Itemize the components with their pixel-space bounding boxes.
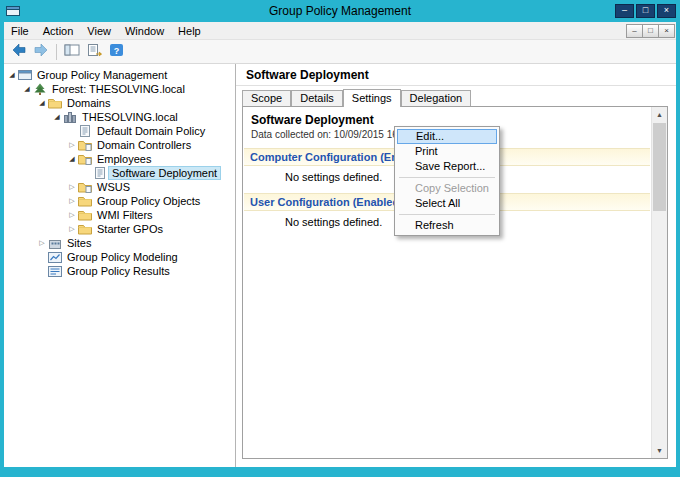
expander-collapsed-icon[interactable]: ▷ bbox=[66, 225, 78, 233]
ou-icon bbox=[78, 153, 94, 165]
toolbar-separator bbox=[56, 44, 57, 60]
context-menu-item-refresh[interactable]: Refresh bbox=[397, 218, 497, 233]
menu-view[interactable]: View bbox=[80, 22, 118, 40]
export-list-icon bbox=[86, 43, 102, 61]
expander-expanded-icon[interactable]: ◢ bbox=[21, 85, 33, 93]
gpmc-window: Group Policy Management – □ × FileAction… bbox=[0, 0, 680, 477]
context-menu-separator bbox=[399, 214, 495, 215]
expander-expanded-icon[interactable]: ◢ bbox=[36, 99, 48, 107]
tree-item-label: Default Domain Policy bbox=[94, 125, 208, 137]
tab-details[interactable]: Details bbox=[291, 90, 343, 106]
tree-item-label: Forest: THESOLVING.local bbox=[49, 83, 188, 95]
console-tree-icon bbox=[64, 43, 80, 61]
tree-item-group-policy-management[interactable]: ◢Group Policy Management bbox=[4, 68, 235, 82]
svg-text:?: ? bbox=[113, 45, 119, 55]
tree-item-wsus[interactable]: ▷WSUS bbox=[4, 180, 235, 194]
back-arrow-icon bbox=[11, 42, 27, 62]
tab-scope[interactable]: Scope bbox=[242, 90, 291, 106]
expander-collapsed-icon[interactable]: ▷ bbox=[36, 239, 48, 247]
tree-item-forest-thesolving-local[interactable]: ◢Forest: THESOLVING.local bbox=[4, 82, 235, 96]
context-menu-item-copy-selection: Copy Selection bbox=[397, 181, 497, 196]
tree-item-thesolving-local[interactable]: ◢THESOLVING.local bbox=[4, 110, 235, 124]
menu-help[interactable]: Help bbox=[171, 22, 208, 40]
domain-icon bbox=[63, 111, 79, 123]
export-list-button[interactable] bbox=[83, 42, 105, 62]
context-menu: Edit...PrintSave Report...Copy Selection… bbox=[394, 126, 500, 236]
scroll-down-icon[interactable]: ▼ bbox=[652, 443, 667, 458]
main-area: ◢Group Policy Management◢Forest: THESOLV… bbox=[4, 64, 676, 467]
context-menu-item-print[interactable]: Print bbox=[397, 144, 497, 159]
expander-expanded-icon[interactable]: ◢ bbox=[66, 155, 78, 163]
gpo-icon bbox=[78, 125, 94, 137]
tree-item-employees[interactable]: ◢Employees bbox=[4, 152, 235, 166]
child-restore-button[interactable]: □ bbox=[642, 24, 659, 38]
tree-item-wmi-filters[interactable]: ▷WMI Filters bbox=[4, 208, 235, 222]
tree-item-label: Group Policy Modeling bbox=[64, 251, 181, 263]
tree-item-label: Group Policy Results bbox=[64, 265, 173, 277]
ou-icon bbox=[78, 181, 94, 193]
scroll-up-icon[interactable]: ▲ bbox=[652, 107, 667, 122]
child-close-button[interactable]: × bbox=[658, 24, 675, 38]
tree-item-label: WSUS bbox=[94, 181, 133, 193]
tab-delegation[interactable]: Delegation bbox=[401, 90, 472, 106]
tree-item-label: Group Policy Management bbox=[34, 69, 170, 81]
pane-title: Software Deployment bbox=[236, 64, 676, 86]
expander-expanded-icon[interactable]: ◢ bbox=[6, 71, 18, 79]
console-icon bbox=[18, 69, 34, 81]
tree-item-default-domain-policy[interactable]: Default Domain Policy bbox=[4, 124, 235, 138]
help-icon: ? bbox=[109, 43, 124, 61]
minimize-button[interactable]: – bbox=[615, 4, 634, 18]
expander-expanded-icon[interactable]: ◢ bbox=[51, 113, 63, 121]
tree-item-label: Sites bbox=[64, 237, 94, 249]
toolbar: ? bbox=[4, 40, 676, 64]
context-menu-item-save-report[interactable]: Save Report... bbox=[397, 159, 497, 174]
tree-item-label: Employees bbox=[94, 153, 154, 165]
forward-button[interactable] bbox=[30, 42, 52, 62]
menu-file[interactable]: File bbox=[4, 22, 36, 40]
context-menu-item-edit[interactable]: Edit... bbox=[397, 129, 497, 144]
menu-action[interactable]: Action bbox=[36, 22, 81, 40]
tab-settings[interactable]: Settings bbox=[343, 89, 401, 107]
gpo-icon bbox=[93, 167, 109, 179]
scrollbar-thumb[interactable] bbox=[653, 123, 666, 211]
maximize-button[interactable]: □ bbox=[636, 4, 655, 18]
menu-window[interactable]: Window bbox=[118, 22, 171, 40]
tree-item-domains[interactable]: ◢Domains bbox=[4, 96, 235, 110]
close-button[interactable]: × bbox=[657, 4, 676, 18]
expander-collapsed-icon[interactable]: ▷ bbox=[66, 211, 78, 219]
menu-bar: FileActionViewWindowHelp – □ × bbox=[4, 22, 676, 40]
expander-collapsed-icon[interactable]: ▷ bbox=[66, 197, 78, 205]
report-scrollbar[interactable]: ▲ ▼ bbox=[651, 107, 667, 458]
tree-item-group-policy-results[interactable]: Group Policy Results bbox=[4, 264, 235, 278]
tab-strip: ScopeDetailsSettingsDelegation bbox=[236, 88, 676, 106]
expander-collapsed-icon[interactable]: ▷ bbox=[66, 141, 78, 149]
expander-collapsed-icon[interactable]: ▷ bbox=[66, 183, 78, 191]
ou-icon bbox=[78, 139, 94, 151]
tree-item-label: Group Policy Objects bbox=[94, 195, 203, 207]
tree-item-label: THESOLVING.local bbox=[79, 111, 181, 123]
help-button[interactable]: ? bbox=[105, 42, 127, 62]
tree-item-group-policy-objects[interactable]: ▷Group Policy Objects bbox=[4, 194, 235, 208]
folder-icon bbox=[78, 195, 94, 207]
forward-arrow-icon bbox=[33, 42, 49, 62]
tree-item-sites[interactable]: ▷Sites bbox=[4, 236, 235, 250]
tree-item-group-policy-modeling[interactable]: Group Policy Modeling bbox=[4, 250, 235, 264]
results-icon bbox=[48, 265, 64, 277]
back-button[interactable] bbox=[8, 42, 30, 62]
tree-item-label: WMI Filters bbox=[94, 209, 156, 221]
details-pane: Software Deployment ScopeDetailsSettings… bbox=[236, 64, 676, 467]
forest-icon bbox=[33, 83, 49, 95]
console-tree-button[interactable] bbox=[61, 42, 83, 62]
mdi-controls: – □ × bbox=[627, 24, 675, 38]
tree-item-starter-gpos[interactable]: ▷Starter GPOs bbox=[4, 222, 235, 236]
sites-icon bbox=[48, 237, 64, 249]
tree-item-domain-controllers[interactable]: ▷Domain Controllers bbox=[4, 138, 235, 152]
tree-item-software-deployment[interactable]: Software Deployment bbox=[4, 166, 235, 180]
folder-icon bbox=[48, 97, 64, 109]
window-title: Group Policy Management bbox=[4, 4, 676, 18]
title-bar: Group Policy Management – □ × bbox=[4, 0, 676, 22]
context-menu-item-select-all[interactable]: Select All bbox=[397, 196, 497, 211]
tree-item-label: Starter GPOs bbox=[94, 223, 166, 235]
modeling-icon bbox=[48, 251, 64, 263]
child-minimize-button[interactable]: – bbox=[626, 24, 643, 38]
